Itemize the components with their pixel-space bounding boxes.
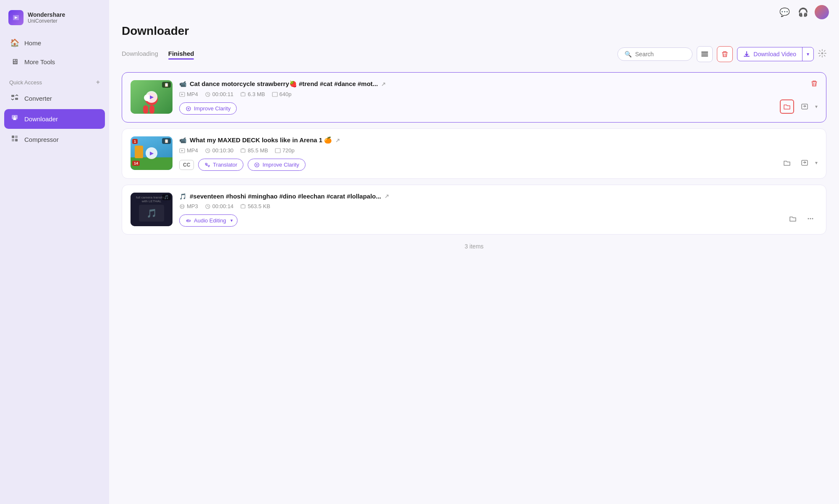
svg-rect-13 [241,93,245,96]
sidebar-item-home-label: Home [24,39,41,47]
improve-clarity-button-1[interactable]: Improve Clarity [179,102,237,115]
headset-icon[interactable]: 🎧 [796,5,810,19]
quick-access-label: Quick Access [9,79,42,86]
item-right-actions-1: ▾ [780,99,818,114]
sidebar-item-more-tools[interactable]: 🖥 More Tools [4,53,105,71]
item-meta-1: MP4 00:00:11 6.3 MB [179,91,818,97]
item-title-3: 🎵 #seventeen #hoshi #minghao #dino #leec… [179,193,818,200]
delete-button[interactable] [717,46,733,62]
toolbar: Downloading Finished 🔍 [122,46,826,62]
home-icon: 🏠 [10,38,19,47]
items-list: ▶ 📋 📹 Cat dance motorcycle strawberry🍓 #… [122,72,826,235]
external-link-1[interactable]: ↗ [381,81,386,87]
svg-rect-5 [15,136,18,138]
item-actions-2: CC Translator Improve Clarity [179,159,818,171]
download-video-label: Download Video [753,51,796,57]
file-type-badge-1: 📋 [162,82,171,88]
meta-size-2: 85.5 MB [240,147,268,154]
meta-duration-1: 00:00:11 [205,91,234,97]
meta-duration-2: 00:10:30 [205,147,234,154]
logo-icon [8,10,24,25]
convert-button-2[interactable] [797,156,812,170]
search-input[interactable] [635,51,685,57]
meta-duration-3: 00:00:14 [205,203,234,209]
download-dropdown-arrow[interactable]: ▾ [802,48,813,60]
more-options-2[interactable]: ▾ [815,160,818,166]
main-content: 💬 🎧 Downloader Downloading Finished 🔍 [109,0,839,504]
svg-point-26 [808,218,809,219]
items-count: 3 items [122,243,826,250]
downloader-icon [10,114,19,124]
open-folder-button-1[interactable] [780,99,794,114]
item-thumbnail-1[interactable]: ▶ 📋 [131,80,173,114]
topbar: 💬 🎧 [109,0,839,24]
sidebar-item-compressor[interactable]: Compressor [4,130,105,149]
app-name: Wondershare [28,11,65,18]
item-thumbnail-3[interactable]: full camera transition with LETHAL 🎵 🎵 [131,193,173,226]
toolbar-actions: 🔍 [617,46,826,62]
quick-access-section: Quick Access + [0,71,109,89]
item-card-1: ▶ 📋 📹 Cat dance motorcycle strawberry🍓 #… [122,72,826,123]
item-thumbnail-2[interactable]: 1 14 ▶ 📋 [131,136,173,170]
svg-rect-22 [802,160,808,165]
video-icon-2: 📹 [179,137,186,144]
external-link-3[interactable]: ↗ [384,193,389,199]
quick-access-add-icon[interactable]: + [96,78,100,86]
open-folder-button-3[interactable] [786,212,800,226]
play-overlay-1[interactable]: ▶ [146,91,157,103]
cc-button-2[interactable]: CC [179,160,194,170]
sidebar-item-converter-label: Converter [24,95,52,102]
svg-rect-8 [701,54,708,55]
sidebar-item-home[interactable]: 🏠 Home [4,34,105,52]
svg-rect-4 [15,139,18,141]
item-right-actions-2: ▾ [780,156,818,170]
search-box[interactable]: 🔍 [617,47,693,61]
more-tools-icon: 🖥 [10,57,19,66]
meta-format-1: MP4 [179,91,198,97]
user-avatar[interactable] [815,5,829,19]
svg-point-27 [810,218,811,219]
sidebar-item-compressor-label: Compressor [24,136,59,143]
search-icon: 🔍 [625,51,632,57]
meta-resolution-2: 720p [275,147,295,154]
content-area: Downloader Downloading Finished 🔍 [109,24,839,504]
sidebar-item-converter[interactable]: Converter [4,89,105,108]
item-meta-2: MP4 00:10:30 85.5 MB [179,147,818,154]
open-folder-button-2[interactable] [780,156,794,170]
audio-editing-dropdown-arrow[interactable]: ▾ [230,218,233,223]
sidebar-item-more-tools-label: More Tools [24,58,55,65]
meta-size-1: 6.3 MB [240,91,265,97]
delete-item-1[interactable] [811,80,818,89]
svg-rect-16 [802,104,808,109]
download-video-button[interactable]: Download Video ▾ [737,47,814,61]
tab-downloading[interactable]: Downloading [122,50,158,59]
audio-editing-button-3[interactable]: Audio Editing ▾ [179,214,238,227]
convert-button-1[interactable] [797,99,812,114]
svg-point-28 [812,218,813,219]
item-card-2: 1 14 ▶ 📋 📹 What my MAXED DECK looks like… [122,128,826,179]
meta-format-3: MP3 [179,203,198,209]
item-title-2: 📹 What my MAXED DECK looks like in Arena… [179,136,818,144]
list-view-button[interactable] [697,46,713,62]
sidebar-item-downloader[interactable]: Downloader [4,109,105,129]
video-icon-1: 📹 [179,81,186,87]
chat-icon[interactable]: 💬 [778,5,791,19]
translator-button-2[interactable]: Translator [198,159,243,171]
file-type-badge-2: 📋 [162,138,171,144]
more-menu-button-3[interactable] [803,212,818,226]
item-card-3: full camera transition with LETHAL 🎵 🎵 🎵… [122,185,826,235]
external-link-2[interactable]: ↗ [335,137,340,144]
app-product: UniConverter [28,18,65,24]
svg-rect-0 [11,95,14,97]
more-options-1[interactable]: ▾ [815,104,818,110]
meta-format-2: MP4 [179,147,198,154]
app-logo: Wondershare UniConverter [0,7,109,34]
svg-point-10 [821,52,823,54]
play-overlay-2[interactable]: ▶ [146,147,157,159]
sidebar: Wondershare UniConverter 🏠 Home 🖥 More T… [0,0,109,504]
settings-button[interactable] [818,49,826,60]
tab-finished[interactable]: Finished [168,50,194,59]
converter-icon [10,93,19,104]
improve-clarity-button-2[interactable]: Improve Clarity [248,159,305,171]
audio-icon-3: 🎵 [179,193,186,200]
